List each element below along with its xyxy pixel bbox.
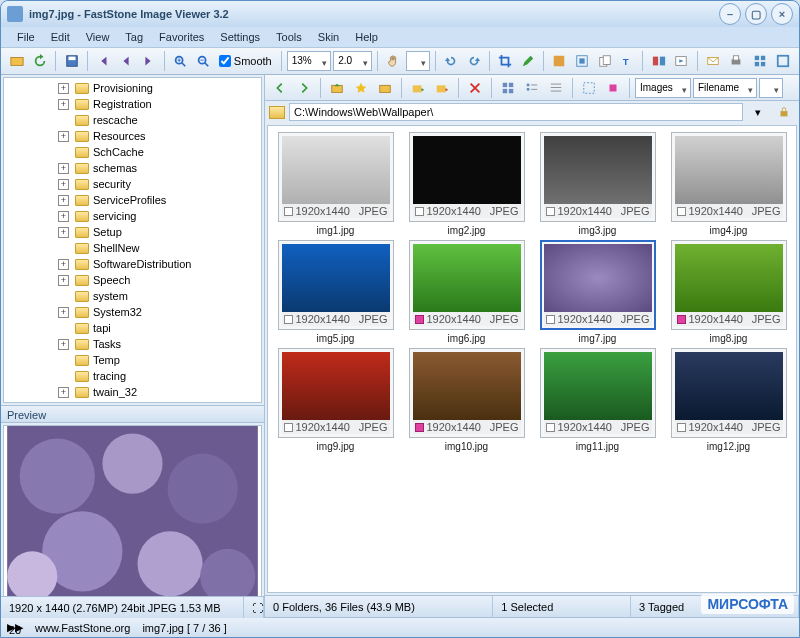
menu-edit[interactable]: Edit: [45, 29, 76, 45]
delete-icon[interactable]: [464, 77, 486, 99]
tag-checkbox[interactable]: [546, 423, 555, 432]
tree-item[interactable]: SchCache: [4, 144, 261, 160]
expand-icon[interactable]: +: [58, 195, 69, 206]
minimize-button[interactable]: –: [719, 3, 741, 25]
expand-icon[interactable]: +: [58, 131, 69, 142]
thumbnail[interactable]: 1920x1440JPEGimg1.jpg: [274, 132, 397, 236]
menu-settings[interactable]: Settings: [214, 29, 266, 45]
tree-item[interactable]: +Setup: [4, 224, 261, 240]
close-button[interactable]: ×: [771, 3, 793, 25]
resize-icon[interactable]: [572, 50, 593, 72]
zoom-combo[interactable]: 13%: [287, 51, 331, 71]
expand-icon[interactable]: +: [58, 275, 69, 286]
tree-item[interactable]: +Resources: [4, 128, 261, 144]
tree-item[interactable]: tracing: [4, 368, 261, 384]
layout-icon[interactable]: [750, 50, 771, 72]
tag-checkbox[interactable]: [677, 315, 686, 324]
print-icon[interactable]: [725, 50, 746, 72]
tree-item[interactable]: +Provisioning: [4, 80, 261, 96]
thumbnail[interactable]: 1920x1440JPEGimg5.jpg: [274, 240, 397, 344]
preview-pane[interactable]: [3, 425, 262, 615]
tree-item[interactable]: +schemas: [4, 160, 261, 176]
tree-item[interactable]: +Registration: [4, 96, 261, 112]
tag-checkbox[interactable]: [415, 207, 424, 216]
tree-item[interactable]: +security: [4, 176, 261, 192]
refresh-icon[interactable]: [30, 50, 51, 72]
expand-icon[interactable]: +: [58, 179, 69, 190]
copy-to-icon[interactable]: [407, 77, 429, 99]
menu-help[interactable]: Help: [349, 29, 384, 45]
expand-icon[interactable]: +: [58, 387, 69, 398]
tag-checkbox[interactable]: [284, 315, 293, 324]
compare-icon[interactable]: [648, 50, 669, 72]
fit-icon[interactable]: ⛶: [244, 597, 264, 618]
tag-checkbox[interactable]: [546, 207, 555, 216]
tree-item[interactable]: +Speech: [4, 272, 261, 288]
first-icon[interactable]: [93, 50, 114, 72]
tree-item[interactable]: ShellNew: [4, 240, 261, 256]
thumbnail[interactable]: 1920x1440JPEGimg2.jpg: [405, 132, 528, 236]
tag-checkbox[interactable]: [284, 423, 293, 432]
sort-combo[interactable]: Filename: [693, 78, 757, 98]
lock-icon[interactable]: [773, 101, 795, 123]
expand-icon[interactable]: +: [58, 163, 69, 174]
tree-item[interactable]: +Tasks: [4, 336, 261, 352]
fullscreen-icon[interactable]: [772, 50, 793, 72]
tree-item[interactable]: tapi: [4, 320, 261, 336]
back-icon[interactable]: [269, 77, 291, 99]
filter-type-combo[interactable]: Images: [635, 78, 691, 98]
expand-icon[interactable]: +: [58, 259, 69, 270]
adjust-icon[interactable]: [549, 50, 570, 72]
expand-icon[interactable]: +: [58, 99, 69, 110]
status-site[interactable]: www.FastStone.org: [35, 622, 130, 634]
tree-item[interactable]: system: [4, 288, 261, 304]
tag-checkbox[interactable]: [677, 207, 686, 216]
path-input[interactable]: C:\Windows\Web\Wallpaper\: [289, 103, 743, 121]
move-to-icon[interactable]: [431, 77, 453, 99]
rotate-left-icon[interactable]: [441, 50, 462, 72]
thumbnail[interactable]: 1920x1440JPEGimg12.jpg: [667, 348, 790, 452]
thumbnail[interactable]: 1920x1440JPEGimg4.jpg: [667, 132, 790, 236]
favorite-icon[interactable]: [350, 77, 372, 99]
menu-view[interactable]: View: [80, 29, 116, 45]
path-dropdown-icon[interactable]: ▾: [747, 101, 769, 123]
thumbnail[interactable]: 1920x1440JPEGimg10.jpg: [405, 348, 528, 452]
expand-icon[interactable]: +: [58, 339, 69, 350]
thumbnail[interactable]: 1920x1440JPEGimg6.jpg: [405, 240, 528, 344]
zoom-in-icon[interactable]: [170, 50, 191, 72]
thumbnail[interactable]: 1920x1440JPEGimg7.jpg: [536, 240, 659, 344]
tree-item[interactable]: +servicing: [4, 208, 261, 224]
tree-item[interactable]: +System32: [4, 304, 261, 320]
view-large-icon[interactable]: [497, 77, 519, 99]
tree-item[interactable]: Temp: [4, 352, 261, 368]
text-icon[interactable]: T: [617, 50, 638, 72]
select-all-icon[interactable]: [578, 77, 600, 99]
email-icon[interactable]: [703, 50, 724, 72]
tree-item[interactable]: +ServiceProfiles: [4, 192, 261, 208]
slideshow-icon[interactable]: [671, 50, 692, 72]
zoom-out-icon[interactable]: [192, 50, 213, 72]
view-list-icon[interactable]: [521, 77, 543, 99]
expand-icon[interactable]: +: [58, 307, 69, 318]
thumbnail[interactable]: 1920x1440JPEGimg9.jpg: [274, 348, 397, 452]
thumbnail[interactable]: 1920x1440JPEGimg3.jpg: [536, 132, 659, 236]
tree-item[interactable]: +SoftwareDistribution: [4, 256, 261, 272]
up-icon[interactable]: [326, 77, 348, 99]
forward-icon[interactable]: [293, 77, 315, 99]
hand-icon[interactable]: [383, 50, 404, 72]
scale-combo[interactable]: 2.0: [333, 51, 372, 71]
view-detail-icon[interactable]: [545, 77, 567, 99]
new-folder-icon[interactable]: [374, 77, 396, 99]
prev-icon[interactable]: [115, 50, 136, 72]
tree-item[interactable]: +twain_32: [4, 384, 261, 400]
crop-icon[interactable]: [495, 50, 516, 72]
maximize-button[interactable]: ▢: [745, 3, 767, 25]
tag-checkbox[interactable]: [415, 423, 424, 432]
tag-icon[interactable]: [602, 77, 624, 99]
rotate-right-icon[interactable]: [463, 50, 484, 72]
tag-checkbox[interactable]: [677, 423, 686, 432]
thumbnail[interactable]: 1920x1440JPEGimg8.jpg: [667, 240, 790, 344]
menu-skin[interactable]: Skin: [312, 29, 345, 45]
tree-item[interactable]: rescache: [4, 112, 261, 128]
tag-checkbox[interactable]: [415, 315, 424, 324]
